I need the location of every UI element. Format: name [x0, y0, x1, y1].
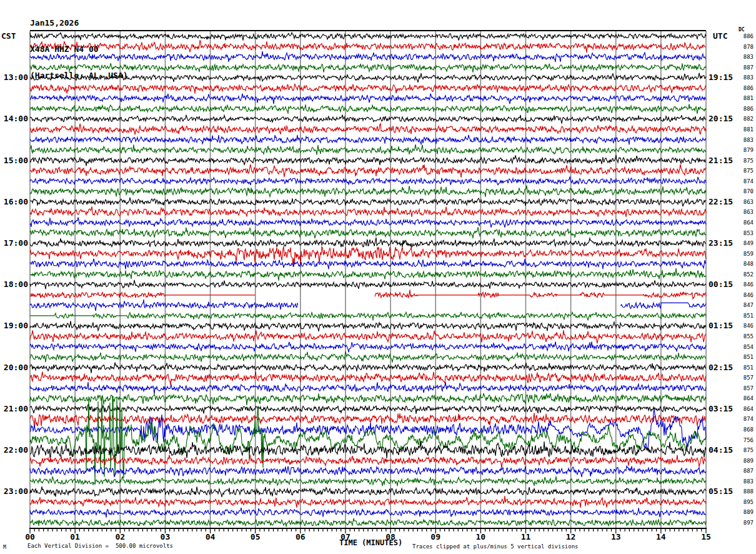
dc-value: 883 — [734, 478, 754, 485]
cst-hour-label: 20:00 — [0, 363, 28, 372]
trace-row — [30, 518, 706, 526]
scale-note: Each Vertical Division = 500.00 microvol… — [27, 543, 173, 549]
utc-hour-label: 01:15 — [709, 321, 733, 330]
x-axis-minute-label: 10 — [471, 532, 490, 541]
dc-value: 868 — [734, 426, 754, 433]
dc-value: 878 — [734, 44, 754, 50]
trace-row — [30, 63, 706, 73]
utc-hour-label: 19:15 — [709, 73, 733, 82]
header: Jan15,2026 X48A HHZ N4 00 (Hartselle, AL… — [30, 1, 128, 98]
trace-row — [30, 41, 706, 53]
trace-row — [30, 382, 706, 394]
trace-row — [30, 176, 706, 185]
dc-value: 887 — [734, 468, 754, 474]
dc-value: 857 — [734, 385, 754, 391]
x-axis-minute-label: 04 — [201, 532, 220, 541]
dc-value: 863 — [734, 209, 754, 215]
dc-value: 879 — [734, 147, 754, 153]
utc-hour-label: 00:15 — [709, 280, 733, 289]
dc-value: 874 — [734, 178, 754, 184]
utc-hour-label: 03:15 — [709, 405, 733, 413]
trace-row — [30, 466, 706, 477]
trace-row — [30, 455, 706, 468]
trace-row — [30, 486, 706, 497]
trace-row — [30, 300, 706, 311]
dc-value: 875 — [734, 447, 754, 453]
trace-row — [30, 135, 706, 145]
dc-value: 854 — [734, 344, 754, 350]
x-axis-minute-label: 01 — [66, 532, 84, 541]
dc-value: 870 — [734, 188, 754, 194]
left-axis-title: CST — [1, 31, 16, 41]
x-axis-minute-label: 06 — [291, 532, 310, 541]
dc-value: 851 — [734, 365, 754, 371]
dc-value: 883 — [734, 54, 754, 60]
dc-value: 889 — [734, 509, 754, 515]
trace-row — [30, 341, 706, 352]
dc-value: 889 — [734, 458, 754, 464]
utc-hour-label: 22:15 — [709, 198, 733, 206]
trace-row — [30, 321, 706, 331]
right-axis-title: UTC — [713, 31, 727, 41]
x-axis-minute-label: 02 — [111, 532, 129, 541]
dc-value: 855 — [734, 333, 754, 340]
dc-value: 886 — [734, 106, 754, 112]
trace-row — [30, 227, 706, 238]
clip-note: Traces clipped at plus/minus 5 vertical … — [412, 543, 579, 550]
cst-hour-label: 16:00 — [0, 198, 28, 206]
trace-row — [30, 238, 706, 247]
utc-hour-label: 04:15 — [709, 446, 733, 455]
dc-value: 848 — [734, 261, 754, 267]
trace-row — [30, 290, 706, 299]
trace-row — [30, 206, 706, 217]
dc-value: 874 — [734, 416, 754, 422]
dc-value: 852 — [734, 271, 754, 278]
cst-hour-label: 13:00 — [0, 73, 28, 82]
x-axis-title: TIME (MINUTES) — [339, 538, 402, 547]
utc-hour-label: 23:15 — [709, 239, 733, 248]
dc-value: 846 — [734, 281, 754, 288]
dc-column-label: DC — [739, 27, 745, 33]
trace-row — [30, 496, 706, 508]
utc-hour-label: 20:15 — [709, 114, 733, 123]
trace-row — [30, 330, 706, 343]
x-axis-minute-label: 14 — [652, 532, 670, 541]
utc-hour-label: 05:15 — [709, 487, 733, 496]
trace-row — [30, 218, 706, 228]
cst-hour-label: 14:00 — [0, 114, 28, 123]
cst-hour-label: 22:00 — [0, 446, 28, 455]
trace-row — [30, 198, 706, 206]
trace-row — [30, 405, 706, 414]
trace-row — [30, 441, 706, 458]
trace-row — [30, 51, 706, 62]
x-axis-minute-label: 05 — [246, 532, 265, 541]
trace-row — [30, 73, 706, 83]
dc-value: 857 — [734, 375, 754, 381]
dc-value: 888 — [734, 488, 754, 495]
trace-row — [30, 312, 706, 321]
cst-hour-label: 15:00 — [0, 156, 28, 165]
dc-value: 883 — [734, 137, 754, 143]
trace-row — [30, 155, 706, 166]
dc-value: 886 — [734, 85, 754, 91]
x-axis-minute-label: 12 — [562, 532, 580, 541]
trace-row — [30, 84, 706, 93]
dc-value: 882 — [734, 116, 754, 122]
trace-row — [30, 144, 706, 155]
trace-row — [30, 393, 706, 405]
cst-hour-label: 19:00 — [0, 321, 28, 330]
utc-hour-label: 21:15 — [709, 156, 733, 165]
utc-hour-label: 02:15 — [709, 363, 733, 372]
x-axis-minute-label: 03 — [156, 532, 174, 541]
dc-value: 883 — [734, 74, 754, 81]
dc-value: 859 — [734, 251, 754, 257]
trace-row — [30, 124, 706, 135]
dc-value: 851 — [734, 354, 754, 360]
dc-value: 897 — [734, 520, 754, 526]
trace-row — [30, 363, 706, 373]
trace-row — [30, 164, 706, 178]
dc-value: 846 — [734, 323, 754, 329]
trace-row — [30, 508, 706, 518]
dc-value: 881 — [734, 126, 754, 133]
cst-hour-label: 17:00 — [0, 239, 28, 248]
